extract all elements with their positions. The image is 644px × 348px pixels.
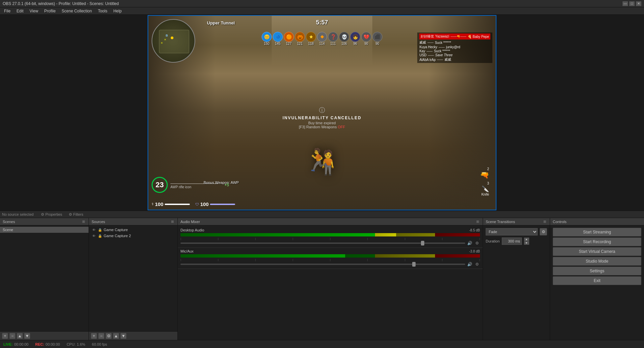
scene-remove-btn[interactable]: − — [9, 333, 15, 339]
scene-add-btn[interactable]: + — [2, 333, 8, 339]
desktop-audio-fader[interactable] — [180, 242, 465, 244]
transition-settings-btn[interactable]: ⚙ — [540, 228, 547, 235]
weapon-secondary: 2 🔫 — [480, 167, 489, 180]
desktop-audio-mute-btn[interactable]: 🔊 — [467, 240, 473, 246]
title-bar-text: OBS 27.0.1 (64-bit, windows) - Profile: … — [3, 1, 119, 6]
duration-input[interactable] — [502, 237, 522, 245]
cpu-status: CPU: 1.6% — [67, 342, 85, 346]
title-bar-controls: — □ ✕ — [623, 1, 641, 6]
weapon-knife: 3 🔪 Knife — [481, 182, 489, 196]
mic-aux-fader[interactable] — [180, 264, 465, 265]
source-visibility-btn-1[interactable]: 👁 — [92, 227, 96, 232]
desktop-audio-db: -8.5 dB — [469, 228, 480, 232]
mic-aux-settings-btn[interactable]: ⚙ — [474, 261, 480, 267]
scene-up-btn[interactable]: ▲ — [17, 333, 23, 339]
duration-label: Duration — [486, 239, 500, 243]
mic-aux-ticks: ||||||||| — [180, 258, 480, 261]
sources-panel: Sources ⊞ 👁 🔒 Game Capture 👁 🔒 Game Capt… — [89, 218, 178, 340]
game-location: Upper Tunnel — [207, 20, 235, 25]
controls-panel-header: Controls — [550, 218, 644, 225]
menu-bar: File Edit View Profile Scene Collection … — [0, 7, 644, 15]
bottom-panels: Scenes ⊞ Scene + − ▲ ▼ Sources — [0, 218, 644, 340]
prop-filter-bar: No source selected ⚙ Properties ⚙ Filter… — [0, 211, 644, 218]
mic-fader-knob[interactable] — [412, 262, 416, 267]
menu-tools[interactable]: Tools — [95, 8, 110, 14]
source-down-btn[interactable]: ▼ — [120, 333, 126, 339]
meter-green-1 — [180, 233, 375, 236]
scenes-expand-btn[interactable]: ⊞ — [81, 219, 86, 224]
audio-channels: Desktop Audio -8.5 dB ||||||||| — [178, 225, 483, 340]
source-add-btn[interactable]: + — [91, 333, 97, 339]
audio-panel-header: Audio Mixer ⊞ — [178, 218, 483, 225]
source-lock-btn-1[interactable]: 🔒 — [98, 227, 102, 232]
desktop-audio-header: Desktop Audio -8.5 dB — [180, 228, 480, 232]
menu-profile[interactable]: Profile — [42, 8, 58, 14]
sources-footer: + − ⚙ ▲ ▼ — [89, 331, 177, 340]
menu-scene-collection[interactable]: Scene Collection — [59, 8, 95, 14]
game-canvas: 5:57 Upper Tunnel B ✕ ✕ 😊 150 — [148, 15, 496, 210]
transitions-panel-icons: ⊞ — [542, 219, 547, 224]
menu-view[interactable]: View — [27, 8, 41, 14]
rec-status: REC: 00:00:00 — [35, 342, 60, 346]
filters-icon: ⚙ — [69, 212, 72, 217]
settings-button[interactable]: Settings — [553, 267, 641, 275]
title-bar: OBS 27.0.1 (64-bit, windows) - Profile: … — [0, 0, 644, 7]
audio-panel-icons: ⊞ — [475, 219, 480, 224]
duration-up-btn[interactable]: ▲ — [524, 237, 529, 241]
transition-type-select[interactable]: Fade — [486, 228, 538, 235]
filters-tab[interactable]: ⚙ Filters — [66, 212, 86, 217]
preview-wrapper: 5:57 Upper Tunnel B ✕ ✕ 😊 150 — [0, 15, 644, 211]
scene-down-btn[interactable]: ▼ — [24, 333, 30, 339]
source-remove-btn[interactable]: − — [98, 333, 104, 339]
source-item-1[interactable]: 👁 🔒 Game Capture — [89, 227, 177, 233]
no-source-label: No source selected — [2, 212, 34, 216]
source-up-btn[interactable]: ▲ — [113, 333, 119, 339]
minimize-button[interactable]: — — [623, 1, 628, 6]
game-timer: 5:57 — [316, 19, 328, 26]
transition-select-row: Fade ⚙ — [483, 227, 550, 237]
duration-down-btn[interactable]: ▼ — [524, 241, 529, 245]
source-item-2[interactable]: 👁 🔒 Game Capture 2 — [89, 233, 177, 239]
game-scene-2: 🏃 — [305, 147, 332, 173]
mic-aux-fader-row: 🔊 ⚙ — [180, 261, 480, 267]
transitions-content: Fade ⚙ Duration ▲ ▼ — [483, 225, 550, 340]
fps-status: 60.00 fps — [92, 342, 107, 346]
source-visibility-btn-2[interactable]: 👁 — [92, 233, 96, 238]
desktop-fader-knob[interactable] — [421, 241, 424, 246]
game-notification: ⓘ INVULNERABILITY CANCELLED Buy time exp… — [282, 106, 361, 129]
mic-aux-meter — [180, 254, 480, 258]
maximize-button[interactable]: □ — [629, 1, 635, 6]
duration-row: Duration ▲ ▼ — [483, 237, 550, 246]
scene-item[interactable]: Scene — [0, 227, 89, 233]
exit-button[interactable]: Exit — [553, 276, 641, 285]
audio-expand-btn[interactable]: ⊞ — [475, 219, 480, 224]
transitions-expand-btn[interactable]: ⊞ — [542, 219, 547, 224]
close-button[interactable]: ✕ — [636, 1, 641, 6]
health-armor-bar: ⚕ 100 🛡 100 — [152, 201, 235, 207]
studio-mode-button[interactable]: Studio Mode — [553, 257, 641, 266]
desktop-audio-fill — [396, 233, 480, 236]
bottom-status-bar: LIVE: 00:00:00 REC: 00:00:00 CPU: 1.6% 6… — [0, 340, 644, 348]
transitions-panel: Scene Transitions ⊞ Fade ⚙ Duration ▲ — [483, 218, 550, 340]
mic-aux-mute-btn[interactable]: 🔊 — [467, 261, 473, 267]
sources-panel-icons: ⊞ — [170, 219, 175, 224]
source-lock-btn-2[interactable]: 🔒 — [98, 233, 102, 238]
menu-help[interactable]: Help — [111, 8, 124, 14]
start-streaming-button[interactable]: Start Streaming — [553, 228, 641, 236]
properties-tab[interactable]: ⚙ Properties — [38, 212, 65, 217]
minimap: B ✕ ✕ — [152, 19, 195, 63]
desktop-audio-settings-btn[interactable]: ⚙ — [474, 240, 480, 246]
desktop-audio-channel: Desktop Audio -8.5 dB ||||||||| — [178, 227, 483, 248]
desktop-audio-fader-row: 🔊 ⚙ — [180, 240, 480, 246]
mic-aux-fill — [345, 254, 480, 258]
player-icons-bar: 😊 150 🔵 145 🟠 127 🎃 121 ⭐ — [262, 32, 382, 46]
start-recording-button[interactable]: Start Recording — [553, 237, 641, 246]
start-virtual-camera-button[interactable]: Start Virtual Camera — [553, 247, 641, 256]
menu-edit[interactable]: Edit — [14, 8, 26, 14]
source-settings-btn[interactable]: ⚙ — [106, 333, 112, 339]
ammo-display: 23 ————————————— AWP rifle icon +5 — [152, 177, 229, 193]
menu-file[interactable]: File — [1, 8, 13, 14]
sources-expand-btn[interactable]: ⊞ — [170, 219, 175, 224]
desktop-audio-ticks: ||||||||| — [180, 237, 480, 240]
audio-mixer-panel: Audio Mixer ⊞ Desktop Audio -8.5 dB — [178, 218, 483, 340]
